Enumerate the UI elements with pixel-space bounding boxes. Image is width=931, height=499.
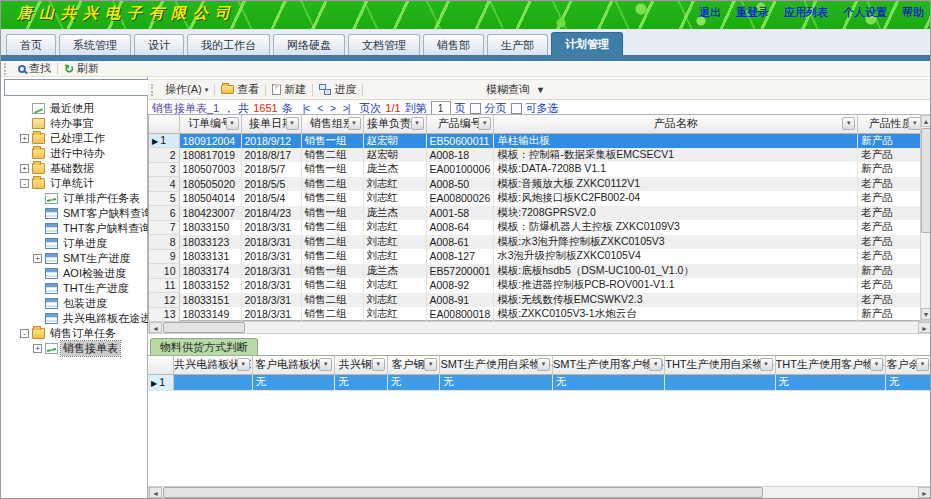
filter-dropdown-icon[interactable]: ▼ xyxy=(348,117,361,130)
tab-设计[interactable]: 设计 xyxy=(134,34,184,55)
page-nav-1[interactable]: < xyxy=(317,103,322,114)
tree-item[interactable]: THT客户缺料查询 xyxy=(1,221,147,236)
filter-dropdown-icon[interactable]: ▼ xyxy=(916,358,929,371)
tab-文档管理[interactable]: 文档管理 xyxy=(348,34,420,55)
table-row[interactable]: 12180331512018/3/31销售二组刘志红A008-91模板:无线数传… xyxy=(149,293,924,308)
tree-item[interactable]: +SMT生产进度 xyxy=(1,251,147,266)
page-nav-2[interactable]: > xyxy=(330,103,335,114)
scroll-up-arrow-icon[interactable]: ▲ xyxy=(921,115,931,127)
collapse-icon[interactable]: - xyxy=(20,179,29,188)
table-row[interactable]: 31805070032018/5/7销售一组庞兰杰EA00100006模板:DA… xyxy=(149,162,924,177)
tab-计划管理[interactable]: 计划管理 xyxy=(551,32,623,55)
tree-item[interactable]: 订单进度 xyxy=(1,236,147,251)
tree-item[interactable]: 共兴电路板在途进度 xyxy=(1,311,147,326)
column-header[interactable]: 接单日期▼ xyxy=(241,115,301,133)
tab-销售部[interactable]: 销售部 xyxy=(423,34,484,55)
table-row[interactable]: 11180331522018/3/31销售二组刘志红A008-92模板:推进器控… xyxy=(149,278,924,293)
operate-menu-button[interactable]: 操作(A) ▾ xyxy=(159,80,214,99)
tab-网络硬盘[interactable]: 网络硬盘 xyxy=(273,34,345,55)
table-row[interactable]: 41805050202018/5/5销售二组刘志红A008-50模板:音频放大板… xyxy=(149,177,924,192)
table-row[interactable]: 51805040142018/5/4销售二组刘志红EA00800026模板:风炮… xyxy=(149,191,924,206)
expand-icon[interactable]: + xyxy=(20,164,29,173)
filter-dropdown-icon[interactable]: ▼ xyxy=(537,358,550,371)
column-header[interactable]: 接单负责人▼ xyxy=(363,115,426,133)
scroll-left-arrow-icon[interactable]: ◄ xyxy=(149,487,162,498)
column-header[interactable]: 产品名称▼ xyxy=(494,115,858,133)
filter-dropdown-icon[interactable]: ▼ xyxy=(286,117,299,130)
grid-vertical-scrollbar[interactable]: ▲ ▼ xyxy=(920,114,931,321)
tree-item[interactable]: AOI检验进度 xyxy=(1,266,147,281)
filter-dropdown-icon[interactable]: ▼ xyxy=(411,117,424,130)
filter-dropdown-icon[interactable]: ▼ xyxy=(372,358,385,371)
column-header[interactable]: 客户余料▼ xyxy=(885,356,931,374)
tree-search-input[interactable] xyxy=(4,79,154,96)
table-row[interactable]: 9180331312018/3/31销售二组刘志红A008-127水3泡升级控制… xyxy=(149,249,924,264)
filter-dropdown-icon[interactable]: ▼ xyxy=(319,358,332,371)
fuzzy-query-dropdown[interactable]: 模糊查询 ▼ xyxy=(486,82,545,97)
column-header[interactable]: THT生产使用客户物料▼ xyxy=(775,356,885,374)
scrollbar-thumb[interactable] xyxy=(163,322,245,333)
tree-item[interactable]: +已处理工作 xyxy=(1,131,147,146)
filter-dropdown-icon[interactable]: ▼ xyxy=(870,358,883,371)
scrollbar-thumb[interactable] xyxy=(163,487,763,498)
material-supply-tab[interactable]: 物料供货方式判断 xyxy=(150,338,258,355)
tab-首页[interactable]: 首页 xyxy=(6,34,56,55)
tree-item[interactable]: +基础数据 xyxy=(1,161,147,176)
scroll-right-arrow-icon[interactable]: ► xyxy=(918,487,931,498)
column-header[interactable]: 客户电路板状态▼ xyxy=(252,356,335,374)
table-row[interactable]: ▶11809120042018/9/12销售一组赵宏朝EB50600011单柱输… xyxy=(149,133,924,148)
tree-item[interactable]: SMT客户缺料查询 xyxy=(1,206,147,221)
table-row[interactable]: 61804230072018/4/23销售一组庞兰杰A001-58模块:7208… xyxy=(149,206,924,221)
tree-item[interactable]: +销售接单表 xyxy=(1,341,147,356)
refresh-button[interactable]: ↻ 刷新 xyxy=(58,61,105,76)
header-link-3[interactable]: 个人设置 xyxy=(843,5,887,20)
column-header[interactable]: 共兴钢网▼ xyxy=(335,356,388,374)
page-nav-0[interactable]: |< xyxy=(303,103,309,114)
filter-dropdown-icon[interactable]: ▼ xyxy=(478,117,491,130)
find-button[interactable]: 查找 xyxy=(12,61,57,76)
scroll-right-arrow-icon[interactable]: ► xyxy=(918,322,931,333)
scroll-down-arrow-icon[interactable]: ▼ xyxy=(921,308,931,320)
goto-page-input[interactable] xyxy=(431,101,451,115)
table-row[interactable]: 8180331232018/3/31销售二组刘志红A008-61模板:水3泡升降… xyxy=(149,235,924,250)
scroll-left-arrow-icon[interactable]: ◄ xyxy=(149,322,162,333)
tab-生产部[interactable]: 生产部 xyxy=(487,34,548,55)
filter-dropdown-icon[interactable]: ▼ xyxy=(424,358,437,371)
tree-item[interactable]: -销售订单任务 xyxy=(1,326,147,341)
column-header[interactable]: 订单编号▼ xyxy=(179,115,241,133)
column-header[interactable]: 销售组别▼ xyxy=(301,115,363,133)
progress-button[interactable]: 进度 xyxy=(313,80,362,99)
expand-icon[interactable]: + xyxy=(33,344,42,353)
header-link-1[interactable]: 重登录 xyxy=(736,5,769,20)
scrollbar-thumb[interactable] xyxy=(921,128,931,233)
page-nav-3[interactable]: >| xyxy=(343,103,349,114)
tree-item[interactable]: 最近使用 xyxy=(1,101,147,116)
filter-dropdown-icon[interactable]: ▼ xyxy=(842,117,855,130)
multiselect-checkbox[interactable] xyxy=(511,103,522,114)
tree-item[interactable]: THT生产进度 xyxy=(1,281,147,296)
column-header[interactable]: THT生产使用自采物料▼ xyxy=(665,356,775,374)
tab-我的工作台[interactable]: 我的工作台 xyxy=(187,34,270,55)
tree-item[interactable]: 订单排产任务表 xyxy=(1,191,147,206)
column-header[interactable]: 产品编号▼ xyxy=(426,115,494,133)
view-button[interactable]: 查看 xyxy=(215,80,265,99)
page-horizontal-scrollbar[interactable]: ◄ ► xyxy=(148,486,931,499)
header-link-0[interactable]: 退出 xyxy=(699,5,721,20)
grid-horizontal-scrollbar[interactable]: ◄ ► xyxy=(148,321,931,334)
table-row[interactable]: 7180331502018/3/31销售二组刘志红A008-64模板：防爆机器人… xyxy=(149,220,924,235)
tree-item[interactable]: 待办事宜 xyxy=(1,116,147,131)
header-link-2[interactable]: 应用列表 xyxy=(784,5,828,20)
filter-dropdown-icon[interactable]: ▼ xyxy=(237,358,250,371)
table-row[interactable]: 21808170192018/8/17销售二组赵宏朝A008-18模板：控制箱-… xyxy=(149,148,924,163)
expand-icon[interactable]: + xyxy=(20,134,29,143)
new-button[interactable]: 新建 xyxy=(266,80,312,99)
column-header[interactable]: SMT生产使用客户物料▼ xyxy=(552,356,664,374)
table-row[interactable]: ▶1无无无无无无无 xyxy=(148,374,931,390)
filter-dropdown-icon[interactable]: ▼ xyxy=(226,117,239,130)
filter-dropdown-icon[interactable]: ▼ xyxy=(760,358,773,371)
tree-item[interactable]: 进行中待办 xyxy=(1,146,147,161)
paging-checkbox[interactable] xyxy=(470,103,481,114)
tab-系统管理[interactable]: 系统管理 xyxy=(59,34,131,55)
column-header[interactable]: 产品性质▼ xyxy=(858,115,924,133)
tree-item[interactable]: 包装进度 xyxy=(1,296,147,311)
